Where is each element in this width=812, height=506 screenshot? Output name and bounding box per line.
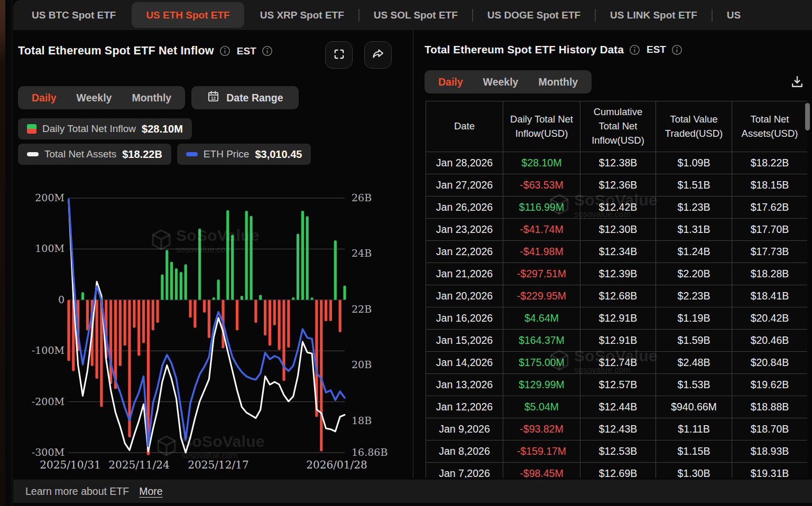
period-option-weekly[interactable]: Weekly <box>77 92 112 104</box>
cell-value: $19.31B <box>732 463 808 479</box>
inflow-bar[interactable] <box>165 250 168 300</box>
inflow-bar[interactable] <box>236 300 238 331</box>
period-option-daily[interactable]: Daily <box>32 92 57 104</box>
inflow-bar[interactable] <box>193 300 196 328</box>
cell-value: $1.11B <box>656 418 732 441</box>
info-icon[interactable] <box>219 45 230 57</box>
timezone-label: EST <box>237 45 256 57</box>
inflow-bar[interactable] <box>292 297 294 300</box>
inflow-bar[interactable] <box>133 300 135 328</box>
inflow-bar[interactable] <box>170 262 173 300</box>
inflow-bar[interactable] <box>278 300 281 350</box>
cell-value: $12.39B <box>580 263 656 285</box>
inflow-bar[interactable] <box>109 300 112 384</box>
inflow-bar[interactable] <box>311 297 313 300</box>
inflow-bar[interactable] <box>245 211 248 300</box>
info-icon[interactable] <box>629 44 640 55</box>
legend-daily-net-inflow[interactable]: Daily Total Net Inflow $28.10M <box>18 118 192 139</box>
tab-us-doge-spot-etf[interactable]: US DOGE Spot ETF <box>473 0 595 30</box>
tab-us-xrp-spot-etf[interactable]: US XRP Spot ETF <box>246 0 358 30</box>
cell-value: -$297.51M <box>503 263 580 285</box>
app-screen: US BTC Spot ETFUS ETH Spot ETFUS XRP Spo… <box>0 0 812 506</box>
cell-value: $18.22B <box>732 152 808 174</box>
inflow-bar[interactable] <box>241 296 243 300</box>
legend-total-net-assets[interactable]: Total Net Assets $18.22B <box>18 144 171 165</box>
inflow-bar[interactable] <box>184 264 187 300</box>
table-scrollbar-thumb[interactable] <box>805 103 810 130</box>
inflow-bar[interactable] <box>297 234 299 300</box>
inflow-bar[interactable] <box>306 216 309 300</box>
tab-us-btc-spot-etf[interactable]: US BTC Spot ETF <box>17 0 130 30</box>
inflow-bar[interactable] <box>343 286 346 300</box>
inflow-bar[interactable] <box>287 300 290 348</box>
inflow-bar[interactable] <box>325 300 327 322</box>
more-link[interactable]: More <box>139 485 162 498</box>
download-button[interactable] <box>790 74 805 91</box>
inflow-bar[interactable] <box>142 300 145 343</box>
table-row: Jan 21,2026-$297.51M$12.39B$2.20B$18.28B <box>426 263 808 285</box>
cell-value: $12.74B <box>580 352 656 374</box>
tab-us-eth-spot-etf[interactable]: US ETH Spot ETF <box>132 2 244 28</box>
left-axis-tick: -100M <box>32 344 64 356</box>
inflow-bar[interactable] <box>264 300 266 336</box>
fullscreen-button[interactable] <box>325 41 353 69</box>
inflow-bar[interactable] <box>119 300 122 366</box>
tab-us-link-spot-etf[interactable]: US LINK Spot ETF <box>596 0 712 30</box>
inflow-bar[interactable] <box>189 300 191 318</box>
inflow-bar[interactable] <box>67 300 70 361</box>
inflow-bar[interactable] <box>96 300 98 379</box>
inflow-bar[interactable] <box>301 211 304 300</box>
date-range-button[interactable]: 12 Date Range <box>191 86 299 109</box>
period-option-weekly[interactable]: Weekly <box>483 76 519 88</box>
inflow-bar[interactable] <box>203 300 206 313</box>
history-table-container[interactable]: DateDaily Total Net Inflow(USD)Cumulativ… <box>426 101 807 478</box>
period-tab-group: DailyWeeklyMonthly <box>18 86 185 109</box>
period-option-monthly[interactable]: Monthly <box>132 92 171 104</box>
inflow-bar[interactable] <box>339 300 342 332</box>
net-inflow-chart[interactable]: 200M100M0-100M-200M-300M26B24B22B20B18B1… <box>13 181 413 477</box>
table-controls: DailyWeeklyMonthly <box>425 70 592 93</box>
cell-value: $2.48B <box>656 352 732 374</box>
inflow-bar[interactable] <box>180 272 182 300</box>
inflow-bar[interactable] <box>273 300 276 325</box>
x-axis-tick: 2025/11/24 <box>108 458 169 471</box>
period-option-monthly[interactable]: Monthly <box>538 76 578 88</box>
inflow-bar[interactable] <box>231 235 234 299</box>
tab-us[interactable]: US <box>713 0 755 30</box>
inflow-bar[interactable] <box>226 210 229 300</box>
inflow-bar[interactable] <box>250 216 253 300</box>
inflow-bar[interactable] <box>329 300 332 321</box>
inflow-bar[interactable] <box>213 297 215 300</box>
cell-value: $164.37M <box>503 330 580 352</box>
inflow-bar[interactable] <box>198 229 201 300</box>
inflow-bar[interactable] <box>81 292 84 300</box>
inflow-bar[interactable] <box>254 300 257 323</box>
inflow-bar[interactable] <box>320 300 322 452</box>
period-option-daily[interactable]: Daily <box>438 76 463 88</box>
inflow-bar[interactable] <box>161 275 163 300</box>
inflow-bar[interactable] <box>259 295 262 300</box>
footer-bar: Learn more about ETF More <box>13 480 812 503</box>
chart-legend-row-2: Total Net Assets $18.22B ETH Price $3,01… <box>18 144 311 165</box>
inflow-bar[interactable] <box>86 300 89 331</box>
history-table: DateDaily Total Net Inflow(USD)Cumulativ… <box>426 101 807 478</box>
inflow-bar[interactable] <box>208 300 210 338</box>
legend-label: ETH Price <box>204 148 250 160</box>
legend-eth-price[interactable]: ETH Price $3,010.45 <box>177 144 311 165</box>
info-icon[interactable] <box>262 45 273 57</box>
inflow-bar[interactable] <box>124 300 126 346</box>
cell-value: -$98.45M <box>503 463 580 479</box>
inflow-bar[interactable] <box>152 300 154 331</box>
history-data-header: Total Ethereum Spot ETF History Data EST <box>425 43 682 56</box>
cell-value: $12.43B <box>580 418 656 441</box>
inflow-bar[interactable] <box>217 279 220 300</box>
inflow-bar[interactable] <box>156 300 159 323</box>
share-button[interactable] <box>364 41 392 69</box>
tab-us-sol-spot-etf[interactable]: US SOL Spot ETF <box>359 0 472 30</box>
inflow-bar[interactable] <box>137 300 140 356</box>
inflow-bar[interactable] <box>175 268 178 300</box>
info-icon[interactable] <box>671 44 682 55</box>
inflow-bar[interactable] <box>269 300 271 346</box>
inflow-bar[interactable] <box>334 240 337 300</box>
cell-value: $12.69B <box>580 463 656 479</box>
